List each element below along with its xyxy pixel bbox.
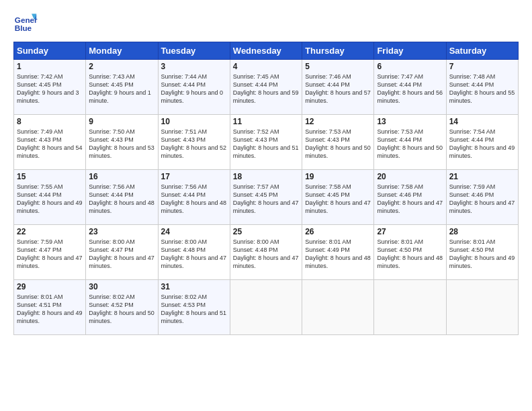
day-info: Sunrise: 7:59 AM Sunset: 4:46 PM Dayligh… xyxy=(449,183,515,216)
day-info: Sunrise: 7:55 AM Sunset: 4:44 PM Dayligh… xyxy=(17,183,83,216)
day-info: Sunrise: 7:53 AM Sunset: 4:43 PM Dayligh… xyxy=(305,128,371,161)
day-cell: 30 Sunrise: 8:02 AM Sunset: 4:52 PM Dayl… xyxy=(86,280,158,335)
day-cell: 3 Sunrise: 7:44 AM Sunset: 4:44 PM Dayli… xyxy=(158,60,230,115)
day-cell: 13 Sunrise: 7:53 AM Sunset: 4:44 PM Dayl… xyxy=(374,115,446,170)
week-row-4: 22 Sunrise: 7:59 AM Sunset: 4:47 PM Dayl… xyxy=(14,225,519,280)
page: General Blue SundayMondayTuesdayWednesda… xyxy=(0,0,532,411)
day-info: Sunrise: 8:01 AM Sunset: 4:51 PM Dayligh… xyxy=(17,293,83,326)
day-cell: 11 Sunrise: 7:52 AM Sunset: 4:43 PM Dayl… xyxy=(230,115,302,170)
day-info: Sunrise: 8:01 AM Sunset: 4:50 PM Dayligh… xyxy=(449,238,515,271)
day-info: Sunrise: 7:56 AM Sunset: 4:44 PM Dayligh… xyxy=(89,183,154,216)
day-cell: 17 Sunrise: 7:56 AM Sunset: 4:44 PM Dayl… xyxy=(158,170,230,225)
day-number: 28 xyxy=(449,227,515,236)
day-info: Sunrise: 7:47 AM Sunset: 4:44 PM Dayligh… xyxy=(377,73,443,105)
day-number: 23 xyxy=(89,227,154,236)
day-cell: 6 Sunrise: 7:47 AM Sunset: 4:44 PM Dayli… xyxy=(374,60,446,115)
day-info: Sunrise: 7:45 AM Sunset: 4:44 PM Dayligh… xyxy=(233,73,299,105)
day-number: 15 xyxy=(17,172,83,181)
day-cell: 1 Sunrise: 7:42 AM Sunset: 4:45 PM Dayli… xyxy=(14,60,86,115)
day-info: Sunrise: 7:53 AM Sunset: 4:44 PM Dayligh… xyxy=(377,128,443,161)
day-cell: 31 Sunrise: 8:02 AM Sunset: 4:53 PM Dayl… xyxy=(158,280,230,335)
header: General Blue xyxy=(13,11,519,35)
weekday-saturday: Saturday xyxy=(446,42,518,60)
day-number: 25 xyxy=(233,227,299,236)
day-cell: 26 Sunrise: 8:01 AM Sunset: 4:49 PM Dayl… xyxy=(302,225,374,280)
day-info: Sunrise: 7:42 AM Sunset: 4:45 PM Dayligh… xyxy=(17,73,83,105)
day-number: 30 xyxy=(89,282,154,291)
svg-text:Blue: Blue xyxy=(15,24,32,32)
day-number: 18 xyxy=(233,172,299,181)
day-number: 22 xyxy=(17,227,83,236)
week-row-2: 8 Sunrise: 7:49 AM Sunset: 4:43 PM Dayli… xyxy=(14,115,519,170)
day-info: Sunrise: 7:44 AM Sunset: 4:44 PM Dayligh… xyxy=(161,73,227,105)
day-info: Sunrise: 8:01 AM Sunset: 4:49 PM Dayligh… xyxy=(305,238,371,271)
day-number: 26 xyxy=(305,227,371,236)
day-number: 31 xyxy=(161,282,227,291)
day-number: 10 xyxy=(161,117,227,126)
weekday-thursday: Thursday xyxy=(302,42,374,60)
week-row-5: 29 Sunrise: 8:01 AM Sunset: 4:51 PM Dayl… xyxy=(14,280,519,335)
weekday-row: SundayMondayTuesdayWednesdayThursdayFrid… xyxy=(14,42,519,60)
week-row-1: 1 Sunrise: 7:42 AM Sunset: 4:45 PM Dayli… xyxy=(14,60,519,115)
day-info: Sunrise: 7:54 AM Sunset: 4:44 PM Dayligh… xyxy=(449,128,515,161)
day-cell xyxy=(446,280,518,335)
day-cell: 15 Sunrise: 7:55 AM Sunset: 4:44 PM Dayl… xyxy=(14,170,86,225)
day-number: 11 xyxy=(233,117,299,126)
weekday-friday: Friday xyxy=(374,42,446,60)
day-cell: 2 Sunrise: 7:43 AM Sunset: 4:45 PM Dayli… xyxy=(86,60,158,115)
day-info: Sunrise: 8:00 AM Sunset: 4:47 PM Dayligh… xyxy=(89,238,154,271)
day-cell: 8 Sunrise: 7:49 AM Sunset: 4:43 PM Dayli… xyxy=(14,115,86,170)
day-number: 1 xyxy=(17,62,83,71)
day-number: 13 xyxy=(377,117,443,126)
day-cell: 16 Sunrise: 7:56 AM Sunset: 4:44 PM Dayl… xyxy=(86,170,158,225)
day-cell xyxy=(302,280,374,335)
day-number: 2 xyxy=(89,62,154,71)
day-cell xyxy=(374,280,446,335)
day-cell: 7 Sunrise: 7:48 AM Sunset: 4:44 PM Dayli… xyxy=(446,60,518,115)
day-info: Sunrise: 7:48 AM Sunset: 4:44 PM Dayligh… xyxy=(449,73,515,105)
day-info: Sunrise: 8:00 AM Sunset: 4:48 PM Dayligh… xyxy=(161,238,227,271)
day-number: 12 xyxy=(305,117,371,126)
day-cell: 22 Sunrise: 7:59 AM Sunset: 4:47 PM Dayl… xyxy=(14,225,86,280)
day-info: Sunrise: 7:51 AM Sunset: 4:43 PM Dayligh… xyxy=(161,128,227,161)
day-cell: 23 Sunrise: 8:00 AM Sunset: 4:47 PM Dayl… xyxy=(86,225,158,280)
day-cell: 19 Sunrise: 7:58 AM Sunset: 4:45 PM Dayl… xyxy=(302,170,374,225)
day-number: 7 xyxy=(449,62,515,71)
day-cell: 29 Sunrise: 8:01 AM Sunset: 4:51 PM Dayl… xyxy=(14,280,86,335)
calendar: SundayMondayTuesdayWednesdayThursdayFrid… xyxy=(13,42,519,335)
day-cell: 24 Sunrise: 8:00 AM Sunset: 4:48 PM Dayl… xyxy=(158,225,230,280)
day-info: Sunrise: 7:56 AM Sunset: 4:44 PM Dayligh… xyxy=(161,183,227,216)
day-cell: 4 Sunrise: 7:45 AM Sunset: 4:44 PM Dayli… xyxy=(230,60,302,115)
weekday-wednesday: Wednesday xyxy=(230,42,302,60)
day-number: 24 xyxy=(161,227,227,236)
weekday-monday: Monday xyxy=(86,42,158,60)
day-info: Sunrise: 8:02 AM Sunset: 4:52 PM Dayligh… xyxy=(89,293,154,326)
day-number: 16 xyxy=(89,172,154,181)
day-info: Sunrise: 7:59 AM Sunset: 4:47 PM Dayligh… xyxy=(17,238,83,271)
day-info: Sunrise: 7:57 AM Sunset: 4:45 PM Dayligh… xyxy=(233,183,299,216)
day-cell: 14 Sunrise: 7:54 AM Sunset: 4:44 PM Dayl… xyxy=(446,115,518,170)
day-info: Sunrise: 7:58 AM Sunset: 4:46 PM Dayligh… xyxy=(377,183,443,216)
day-number: 9 xyxy=(89,117,154,126)
day-cell: 27 Sunrise: 8:01 AM Sunset: 4:50 PM Dayl… xyxy=(374,225,446,280)
day-info: Sunrise: 7:46 AM Sunset: 4:44 PM Dayligh… xyxy=(305,73,371,105)
day-number: 8 xyxy=(17,117,83,126)
day-info: Sunrise: 8:02 AM Sunset: 4:53 PM Dayligh… xyxy=(161,293,227,326)
day-number: 20 xyxy=(377,172,443,181)
weekday-tuesday: Tuesday xyxy=(158,42,230,60)
day-cell: 28 Sunrise: 8:01 AM Sunset: 4:50 PM Dayl… xyxy=(446,225,518,280)
day-number: 21 xyxy=(449,172,515,181)
day-cell: 21 Sunrise: 7:59 AM Sunset: 4:46 PM Dayl… xyxy=(446,170,518,225)
logo: General Blue xyxy=(13,11,40,35)
day-cell: 5 Sunrise: 7:46 AM Sunset: 4:44 PM Dayli… xyxy=(302,60,374,115)
day-info: Sunrise: 7:49 AM Sunset: 4:43 PM Dayligh… xyxy=(17,128,83,161)
day-number: 17 xyxy=(161,172,227,181)
day-info: Sunrise: 7:43 AM Sunset: 4:45 PM Dayligh… xyxy=(89,73,154,105)
day-number: 5 xyxy=(305,62,371,71)
day-cell: 25 Sunrise: 8:00 AM Sunset: 4:48 PM Dayl… xyxy=(230,225,302,280)
day-info: Sunrise: 7:52 AM Sunset: 4:43 PM Dayligh… xyxy=(233,128,299,161)
weekday-sunday: Sunday xyxy=(14,42,86,60)
day-info: Sunrise: 7:50 AM Sunset: 4:43 PM Dayligh… xyxy=(89,128,154,161)
day-number: 6 xyxy=(377,62,443,71)
day-cell: 9 Sunrise: 7:50 AM Sunset: 4:43 PM Dayli… xyxy=(86,115,158,170)
